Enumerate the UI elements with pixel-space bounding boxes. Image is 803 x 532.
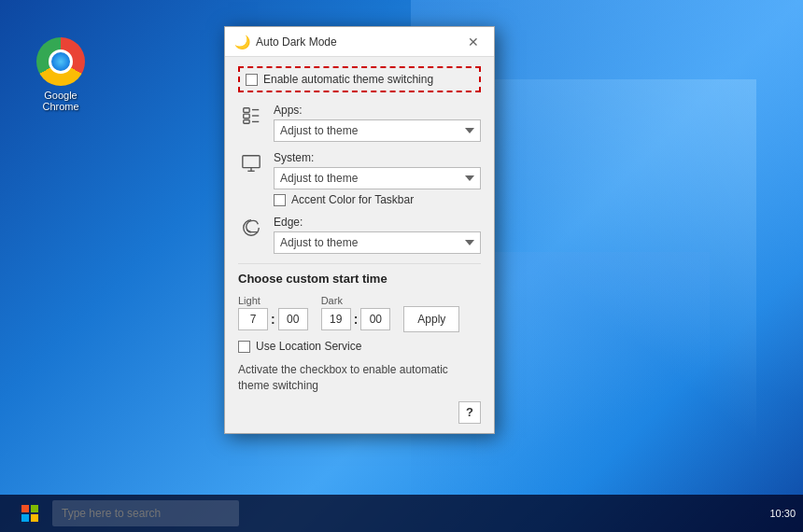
edge-dropdown[interactable]: Adjust to theme — [274, 231, 481, 254]
chrome-icon — [36, 37, 85, 86]
edge-setting-body: Edge: Adjust to theme — [274, 216, 481, 254]
light-colon: : — [271, 312, 275, 327]
dark-minute-input[interactable] — [360, 308, 390, 330]
start-button[interactable] — [7, 495, 52, 532]
light-time-group: Light : — [238, 295, 308, 330]
dark-label: Dark — [321, 295, 391, 306]
system-dropdown[interactable]: Adjust to theme — [274, 167, 481, 189]
edge-icon — [238, 216, 264, 238]
accent-label: Accent Color for Taskbar — [291, 193, 414, 206]
accent-checkbox[interactable] — [274, 194, 286, 206]
dialog-content: Enable automatic theme switching Apps: — [225, 57, 494, 433]
bg-decoration-3 — [476, 252, 710, 532]
taskbar-time: 10:30 — [769, 508, 796, 519]
dialog-titlebar: 🌙 Auto Dark Mode ✕ — [225, 27, 494, 57]
enable-checkbox[interactable] — [246, 74, 258, 86]
system-setting-row: System: Adjust to theme Accent Color for… — [238, 151, 481, 206]
system-icon — [238, 151, 264, 174]
svg-rect-1 — [244, 114, 249, 119]
apps-label: Apps: — [274, 104, 481, 117]
apply-button[interactable]: Apply — [403, 306, 459, 332]
dark-time-inputs: : — [321, 308, 391, 330]
desktop-icon-chrome[interactable]: Google Chrome — [28, 37, 93, 112]
edge-label: Edge: — [274, 216, 481, 229]
taskbar-system-icons: 10:30 — [769, 508, 796, 519]
light-time-inputs: : — [238, 308, 308, 330]
dark-time-group: Dark : — [321, 295, 391, 330]
dark-colon: : — [354, 312, 359, 327]
chrome-outer-ring — [36, 37, 85, 86]
system-setting-body: System: Adjust to theme Accent Color for… — [274, 151, 481, 206]
info-text: Activate the checkbox to enable automati… — [238, 362, 481, 394]
enable-checkbox-row[interactable]: Enable automatic theme switching — [238, 66, 481, 92]
light-label: Light — [238, 295, 308, 306]
desktop: Google Chrome 🌙 Auto Dark Mode ✕ Enable … — [0, 0, 803, 532]
apps-dropdown[interactable]: Adjust to theme — [274, 119, 481, 142]
light-minute-input[interactable] — [278, 308, 308, 330]
chrome-inner-circle — [49, 49, 73, 74]
time-row: Light : Dark : Apply — [238, 293, 481, 332]
svg-rect-12 — [31, 514, 38, 522]
location-checkbox[interactable] — [238, 341, 250, 353]
accent-row: Accent Color for Taskbar — [274, 193, 481, 206]
dark-hour-input[interactable] — [321, 308, 351, 330]
divider — [238, 263, 481, 264]
taskbar-search[interactable] — [52, 500, 239, 526]
apps-setting-row: Apps: Adjust to theme — [238, 104, 481, 142]
dialog-title: Auto Dark Mode — [256, 35, 337, 49]
moon-icon: 🌙 — [234, 35, 250, 49]
svg-rect-10 — [31, 505, 38, 512]
help-row: ? — [238, 401, 481, 424]
chrome-label: Google Chrome — [42, 90, 78, 112]
edge-setting-row: Edge: Adjust to theme — [238, 216, 481, 254]
dialog-title-area: 🌙 Auto Dark Mode — [234, 35, 337, 49]
auto-dark-mode-dialog: 🌙 Auto Dark Mode ✕ Enable automatic them… — [224, 26, 495, 434]
close-button[interactable]: ✕ — [462, 31, 485, 53]
svg-rect-9 — [21, 505, 29, 512]
apps-setting-body: Apps: Adjust to theme — [274, 104, 481, 142]
light-hour-input[interactable] — [238, 308, 268, 330]
svg-rect-2 — [244, 120, 249, 124]
taskbar: 10:30 — [0, 495, 803, 532]
location-label: Use Location Service — [256, 340, 361, 353]
svg-rect-11 — [21, 514, 29, 522]
enable-checkbox-label: Enable automatic theme switching — [263, 73, 433, 86]
location-row: Use Location Service — [238, 340, 481, 353]
help-button[interactable]: ? — [458, 401, 481, 424]
svg-rect-0 — [244, 108, 249, 113]
section-heading: Choose custom start time — [238, 272, 481, 286]
svg-rect-6 — [243, 156, 260, 168]
system-label: System: — [274, 151, 481, 164]
apps-icon — [238, 104, 264, 126]
